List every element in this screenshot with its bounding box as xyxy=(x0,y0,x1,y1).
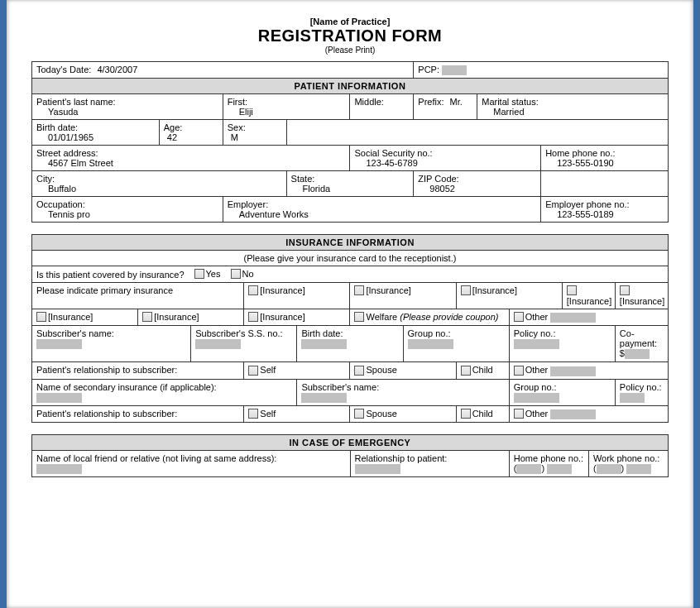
insurance-note: (Please give your insurance card to the … xyxy=(32,251,669,266)
subscriber-name-label-2: Subscriber's name: xyxy=(301,382,504,392)
patient-section-header: PATIENT INFORMATION xyxy=(32,79,669,94)
relationship-label-2: Patient's relationship to subscriber: xyxy=(32,405,244,422)
home-phone-value: 123-555-0190 xyxy=(545,158,664,168)
checkbox-other[interactable] xyxy=(514,312,524,322)
form-title: REGISTRATION FORM xyxy=(31,26,669,45)
zip-value: 98052 xyxy=(418,184,536,194)
primary-insurance-label: Please indicate primary insurance xyxy=(32,283,244,309)
checkbox-other-1[interactable] xyxy=(514,366,524,376)
practice-name: [Name of Practice] xyxy=(31,17,669,26)
city-label: City: xyxy=(36,174,282,184)
today-date-value: 4/30/2007 xyxy=(93,65,137,74)
checkbox-other-2[interactable] xyxy=(514,409,524,419)
first-name-value: Eliji xyxy=(228,107,346,117)
employer-phone-value: 123-555-0189 xyxy=(545,209,664,219)
secondary-insurance-label: Name of secondary insurance (if applicab… xyxy=(36,382,292,392)
city-value: Buffalo xyxy=(36,184,282,194)
emergency-section-header: IN CASE OF EMERGENCY xyxy=(32,434,669,450)
document-header: [Name of Practice] REGISTRATION FORM (Pl… xyxy=(31,17,669,55)
age-label: Age: xyxy=(164,122,218,132)
prefix-label: Prefix: xyxy=(418,97,443,107)
copay-placeholder xyxy=(625,349,650,359)
emergency-friend-label: Name of local friend or relative (not li… xyxy=(36,453,346,463)
checkbox-spouse-2[interactable] xyxy=(354,409,364,419)
checkbox-ins-2[interactable] xyxy=(354,285,364,295)
copay-label: Co-payment: xyxy=(620,328,664,348)
checkbox-spouse-1[interactable] xyxy=(354,366,364,376)
other-placeholder xyxy=(550,313,596,323)
checkbox-ins-6[interactable] xyxy=(36,312,46,322)
group-no-label: Group no.: xyxy=(408,328,505,338)
subscriber-name-placeholder xyxy=(36,339,82,349)
checkbox-self-2[interactable] xyxy=(248,409,258,419)
subscriber-birth-placeholder xyxy=(301,339,347,349)
checkbox-ins-1[interactable] xyxy=(248,285,258,295)
first-name-label: First: xyxy=(228,97,346,107)
employer-value: Adventure Works xyxy=(228,209,536,219)
age-value: 42 xyxy=(164,132,218,142)
policy-no-placeholder-2 xyxy=(620,393,645,403)
patient-table: Today's Date: 4/30/2007 PCP: PATIENT INF… xyxy=(31,61,669,223)
checkbox-ins-3[interactable] xyxy=(461,285,471,295)
insurance-section-header: INSURANCE INFORMATION xyxy=(32,235,669,251)
marital-label: Marital status: xyxy=(482,97,664,107)
middle-name-label: Middle: xyxy=(354,97,409,107)
street-value: 4567 Elm Street xyxy=(36,158,345,168)
zip-label: ZIP Code: xyxy=(418,174,536,184)
subscriber-birth-label: Birth date: xyxy=(301,328,398,338)
subscriber-ssn-placeholder xyxy=(195,339,241,349)
checkbox-yes[interactable] xyxy=(194,269,204,279)
last-name-value: Yasuda xyxy=(36,107,218,117)
checkbox-child-2[interactable] xyxy=(461,409,471,419)
checkbox-child-1[interactable] xyxy=(461,366,471,376)
covered-question: Is this patient covered by insurance? xyxy=(36,270,185,280)
employer-label: Employer: xyxy=(228,199,536,209)
other-rel-placeholder-2 xyxy=(550,409,596,419)
checkbox-ins-5[interactable] xyxy=(620,285,630,295)
emergency-friend-placeholder xyxy=(36,464,82,474)
home-phone-label: Home phone no.: xyxy=(545,148,664,158)
group-no-label-2: Group no.: xyxy=(514,382,611,392)
prefix-value: Mr. xyxy=(447,97,463,107)
emergency-table: IN CASE OF EMERGENCY Name of local frien… xyxy=(31,434,669,477)
other-rel-placeholder xyxy=(550,366,596,376)
emergency-rel-label: Relationship to patient: xyxy=(355,453,505,463)
checkbox-welfare[interactable] xyxy=(354,312,364,322)
birth-date-label: Birth date: xyxy=(36,122,155,132)
subtitle: (Please Print) xyxy=(31,45,669,55)
state-value: Florida xyxy=(291,184,410,194)
checkbox-ins-4[interactable] xyxy=(567,285,577,295)
policy-no-placeholder xyxy=(514,339,559,349)
emergency-work-label: Work phone no.: xyxy=(593,453,664,463)
street-label: Street address: xyxy=(36,148,345,158)
group-no-placeholder-2 xyxy=(514,393,559,403)
relationship-label: Patient's relationship to subscriber: xyxy=(32,362,244,379)
occupation-label: Occupation: xyxy=(36,199,218,209)
checkbox-self-1[interactable] xyxy=(248,366,258,376)
employer-phone-label: Employer phone no.: xyxy=(545,199,664,209)
subscriber-name-label: Subscriber's name: xyxy=(36,328,186,338)
checkbox-ins-7[interactable] xyxy=(142,312,152,322)
emergency-home-label: Home phone no.: xyxy=(514,453,584,463)
marital-value: Married xyxy=(482,107,664,117)
document-page: [Name of Practice] REGISTRATION FORM (Pl… xyxy=(7,0,693,608)
group-no-placeholder xyxy=(408,339,453,349)
sex-value: M xyxy=(228,132,282,142)
ssn-value: 123-45-6789 xyxy=(354,158,536,168)
checkbox-ins-8[interactable] xyxy=(248,312,258,322)
state-label: State: xyxy=(291,174,410,184)
insurance-table: INSURANCE INFORMATION (Please give your … xyxy=(31,234,669,423)
policy-no-label-2: Policy no.: xyxy=(620,382,664,392)
sex-label: Sex: xyxy=(228,122,282,132)
ssn-label: Social Security no.: xyxy=(354,148,536,158)
pcp-label: PCP: xyxy=(418,65,439,74)
today-date-label: Today's Date: xyxy=(36,65,91,74)
subscriber-name-placeholder-2 xyxy=(301,393,347,403)
checkbox-no[interactable] xyxy=(231,269,241,279)
occupation-value: Tennis pro xyxy=(36,209,218,219)
policy-no-label: Policy no.: xyxy=(514,328,611,338)
last-name-label: Patient's last name: xyxy=(36,97,218,107)
birth-date-value: 01/01/1965 xyxy=(36,132,155,142)
subscriber-ssn-label: Subscriber's S.S. no.: xyxy=(195,328,292,338)
secondary-insurance-placeholder xyxy=(36,393,82,403)
